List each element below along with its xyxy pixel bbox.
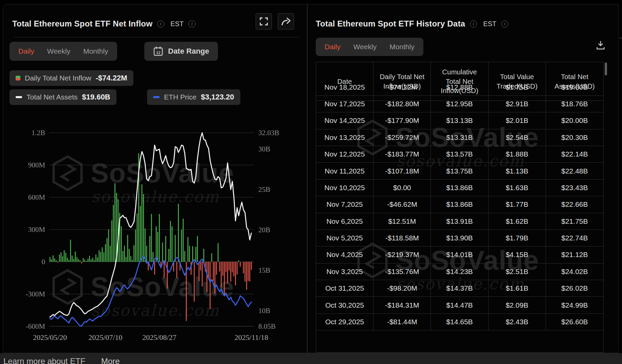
table-cell[interactable]: $22.48B xyxy=(546,163,603,179)
table-cell[interactable]: $2.43B xyxy=(489,314,546,330)
table-cell[interactable]: $14.23B xyxy=(431,263,488,280)
table-row-date[interactable]: Nov 12,2025 xyxy=(316,146,373,163)
table-cell[interactable]: $13.75B xyxy=(431,163,488,179)
table-cell[interactable]: $13.13B xyxy=(431,112,488,129)
table-cell[interactable]: $20.00B xyxy=(546,112,603,129)
sosovalue-logo-icon xyxy=(51,155,84,192)
fullscreen-button[interactable] xyxy=(256,13,272,30)
table-cell[interactable]: $13.86B xyxy=(431,180,488,196)
download-icon xyxy=(595,39,606,51)
table-cell[interactable]: $13.90B xyxy=(431,230,488,247)
tab-monthly[interactable]: Monthly xyxy=(83,47,108,55)
table-cell[interactable]: -$74.22M xyxy=(373,79,431,95)
table-cell[interactable]: $0.00 xyxy=(373,180,431,196)
tab-daily[interactable]: Daily xyxy=(325,43,341,51)
table-cell[interactable]: $26.60B xyxy=(546,314,603,330)
history-table[interactable]: DateDaily Total Net Inflow(USD)Cumulativ… xyxy=(316,62,604,353)
table-row-date[interactable]: Nov 17,2025 xyxy=(316,96,373,112)
table-cell[interactable]: $19.60B xyxy=(546,79,603,95)
info-icon[interactable]: i xyxy=(188,20,196,28)
table-cell[interactable]: $2.91B xyxy=(489,96,546,112)
footer-more-link[interactable]: More xyxy=(101,357,120,364)
table-cell[interactable]: $26.02B xyxy=(546,280,603,297)
tab-daily[interactable]: Daily xyxy=(18,47,34,55)
table-cell[interactable]: $13.91B xyxy=(431,213,488,230)
legend-daily-net-inflow[interactable]: Daily Total Net Inflow -$74.22M xyxy=(10,70,133,86)
table-cell[interactable]: $2.54B xyxy=(489,129,546,146)
table-scrollbar[interactable] xyxy=(605,62,607,75)
table-cell[interactable]: -$81.44M xyxy=(373,314,431,330)
table-row-date[interactable]: Oct 29,2025 xyxy=(316,314,373,330)
table-row-date[interactable]: Nov 18,2025 xyxy=(316,79,373,95)
table-row-date[interactable]: Nov 14,2025 xyxy=(316,112,373,129)
legend-eth-price[interactable]: ETH Price $3,123.20 xyxy=(147,89,240,105)
table-cell[interactable]: -$107.18M xyxy=(373,163,431,179)
table-cell[interactable]: -$135.76M xyxy=(373,263,431,280)
table-cell[interactable]: -$182.80M xyxy=(373,96,431,112)
table-cell[interactable]: $2.51B xyxy=(489,263,546,280)
table-cell[interactable]: $1.61B xyxy=(489,280,546,297)
info-icon[interactable]: i xyxy=(501,20,508,28)
table-cell[interactable]: $4.15B xyxy=(489,247,546,263)
table-cell[interactable]: $12.88B xyxy=(431,79,488,95)
table-row-date[interactable]: Nov 7,2025 xyxy=(316,196,373,213)
table-cell[interactable]: $1.79B xyxy=(489,230,546,247)
table-row-date[interactable]: Nov 5,2025 xyxy=(316,230,373,247)
table-cell[interactable]: -$183.77M xyxy=(373,146,431,163)
info-icon[interactable]: i xyxy=(470,20,477,28)
table-cell[interactable]: $13.57B xyxy=(431,146,488,163)
table-cell[interactable]: $2.09B xyxy=(489,297,546,313)
table-row-date[interactable]: Nov 3,2025 xyxy=(316,263,373,280)
table-cell[interactable]: $12.95B xyxy=(431,96,488,112)
table-cell[interactable]: $18.76B xyxy=(546,96,603,112)
table-cell[interactable]: -$118.58M xyxy=(373,230,431,247)
table-cell[interactable]: $1.75B xyxy=(489,79,546,95)
table-row-date[interactable]: Oct 30,2025 xyxy=(316,297,373,313)
table-cell[interactable]: $14.37B xyxy=(431,280,488,297)
table-cell[interactable]: $22.74B xyxy=(546,230,603,247)
header-divider xyxy=(14,37,299,37)
table-cell[interactable]: $1.88B xyxy=(489,146,546,163)
table-row-date[interactable]: Oct 31,2025 xyxy=(316,280,373,297)
table-cell[interactable]: -$98.20M xyxy=(373,280,431,297)
tab-weekly[interactable]: Weekly xyxy=(47,47,70,55)
info-icon[interactable]: i xyxy=(157,20,164,28)
table-cell[interactable]: $13.86B xyxy=(431,196,488,213)
legend-value: $19.60B xyxy=(82,93,110,102)
table-cell[interactable]: $12.51M xyxy=(373,213,431,230)
table-cell[interactable]: $24.02B xyxy=(546,263,603,280)
share-button[interactable] xyxy=(278,13,294,30)
table-cell[interactable]: $1.77B xyxy=(489,196,546,213)
table-cell[interactable]: $14.65B xyxy=(431,314,488,330)
table-cell[interactable]: $24.99B xyxy=(546,297,603,313)
calendar-icon: 12 xyxy=(153,46,163,57)
table-row-date[interactable]: Nov 4,2025 xyxy=(316,247,373,263)
table-row-date[interactable]: Nov 13,2025 xyxy=(316,129,373,146)
download-button[interactable] xyxy=(594,38,607,52)
table-row-date[interactable]: Nov 11,2025 xyxy=(316,163,373,179)
table-cell[interactable]: $22.66B xyxy=(546,196,603,213)
table-cell[interactable]: -$259.72M xyxy=(373,129,431,146)
table-cell[interactable]: $23.43B xyxy=(546,180,603,196)
date-range-button[interactable]: 12 Date Range xyxy=(144,42,218,61)
tab-weekly[interactable]: Weekly xyxy=(353,43,377,51)
legend-total-net-assets[interactable]: Total Net Assets $19.60B xyxy=(10,89,116,105)
tab-monthly[interactable]: Monthly xyxy=(389,43,415,51)
table-cell[interactable]: $14.01B xyxy=(431,247,488,263)
table-cell[interactable]: $21.12B xyxy=(546,247,603,263)
table-cell[interactable]: $22.14B xyxy=(546,146,603,163)
table-cell[interactable]: -$184.31M xyxy=(373,297,431,313)
table-cell[interactable]: $1.13B xyxy=(489,163,546,179)
table-cell[interactable]: $1.62B xyxy=(489,213,546,230)
table-cell[interactable]: $20.30B xyxy=(546,129,603,146)
table-cell[interactable]: -$219.37M xyxy=(373,247,431,263)
table-cell[interactable]: $14.47B xyxy=(431,297,488,313)
table-row-date[interactable]: Nov 6,2025 xyxy=(316,213,373,230)
table-cell[interactable]: -$177.90M xyxy=(373,112,431,129)
table-cell[interactable]: -$46.62M xyxy=(373,196,431,213)
table-row-date[interactable]: Nov 10,2025 xyxy=(316,180,373,196)
table-cell[interactable]: $1.63B xyxy=(489,180,546,196)
table-cell[interactable]: $13.31B xyxy=(431,129,488,146)
table-cell[interactable]: $21.75B xyxy=(546,213,603,230)
table-cell[interactable]: $2.01B xyxy=(489,112,546,129)
